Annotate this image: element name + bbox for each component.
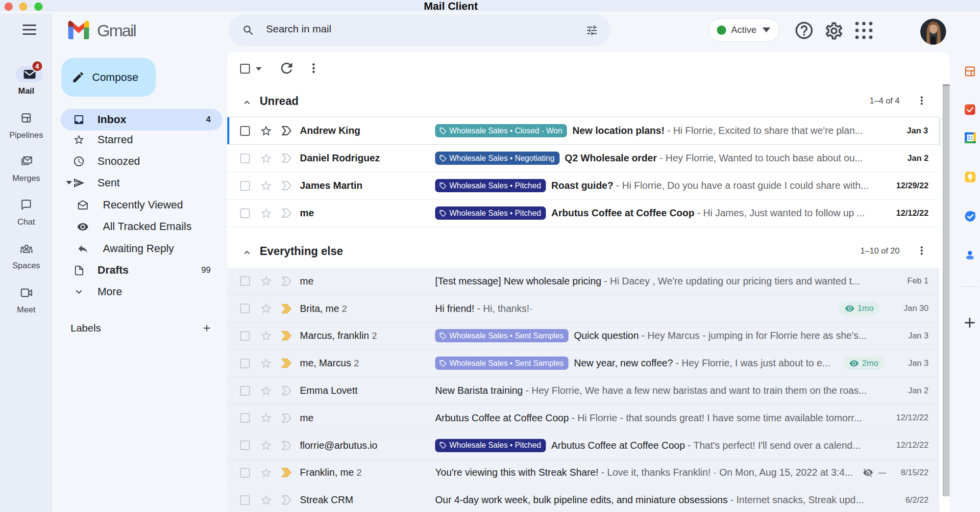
svg-text:31: 31: [967, 135, 973, 141]
